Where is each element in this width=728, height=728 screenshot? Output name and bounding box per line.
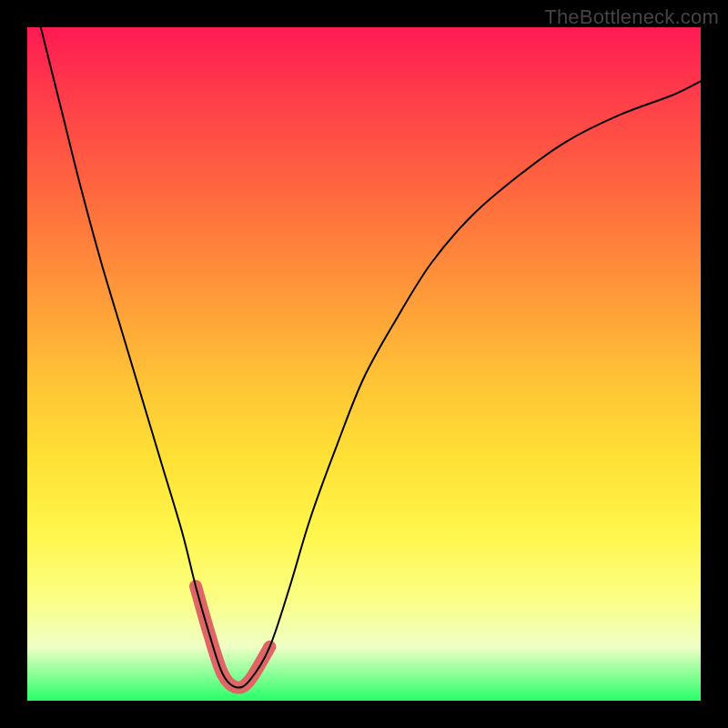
highlight-segment	[196, 586, 269, 687]
watermark-text: TheBottleneck.com	[544, 5, 719, 29]
plot-area	[27, 27, 701, 701]
bottleneck-curve	[41, 27, 701, 688]
chart-frame: TheBottleneck.com	[0, 0, 728, 728]
curve-svg	[27, 27, 701, 701]
